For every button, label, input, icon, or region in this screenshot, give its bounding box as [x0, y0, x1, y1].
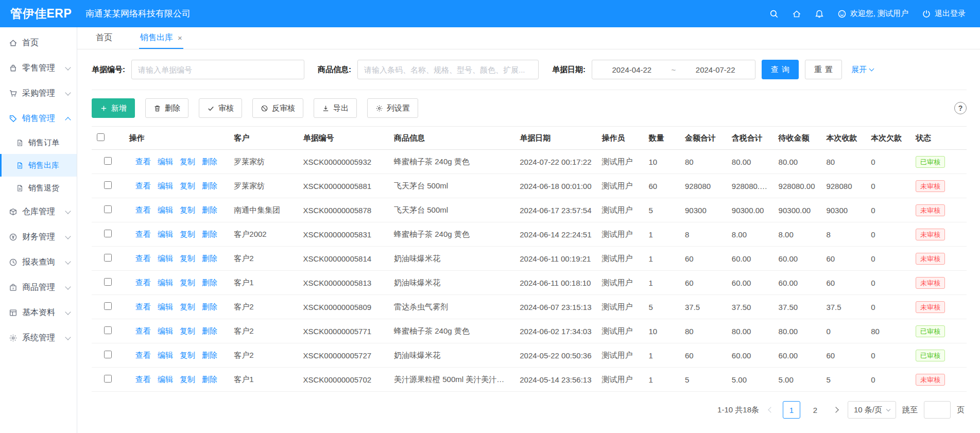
sidebar-item-system[interactable]: 系统管理	[0, 325, 77, 351]
delete-link[interactable]: 删除	[202, 351, 217, 360]
table-row[interactable]: 查看 编辑 复制 删除 客户1 XSCK00000005813 奶油味爆米花 2…	[92, 271, 967, 295]
delete-button[interactable]: 删除	[145, 98, 188, 118]
view-link[interactable]: 查看	[135, 326, 151, 336]
view-link[interactable]: 查看	[135, 375, 151, 385]
row-checkbox[interactable]	[104, 230, 112, 237]
delete-link[interactable]: 删除	[202, 326, 217, 336]
copy-link[interactable]: 复制	[180, 302, 195, 312]
edit-link[interactable]: 编辑	[158, 205, 173, 215]
column-settings-button[interactable]: 列设置	[367, 98, 418, 118]
expand-link[interactable]: 展开	[851, 65, 873, 75]
copy-link[interactable]: 复制	[180, 181, 195, 191]
sidebar-item-sales-return[interactable]: 销售退货	[0, 177, 77, 199]
edit-link[interactable]: 编辑	[158, 302, 173, 312]
prev-page-button[interactable]	[765, 401, 777, 419]
product-info-input[interactable]	[357, 60, 539, 79]
delete-link[interactable]: 删除	[202, 302, 217, 312]
row-checkbox[interactable]	[104, 302, 112, 310]
delete-link[interactable]: 删除	[202, 254, 217, 264]
unaudit-button[interactable]: 反审核	[252, 98, 303, 118]
copy-link[interactable]: 复制	[180, 278, 195, 288]
user-welcome[interactable]: 欢迎您, 测试用户	[837, 9, 908, 19]
sidebar-item-sales-order[interactable]: 销售订单	[0, 131, 77, 154]
sidebar-item-home[interactable]: 首页	[0, 30, 77, 56]
add-button[interactable]: 新增	[92, 98, 135, 118]
sidebar-item-warehouse[interactable]: 仓库管理	[0, 199, 77, 224]
copy-link[interactable]: 复制	[180, 351, 195, 360]
table-row[interactable]: 查看 编辑 复制 删除 罗莱家纺 XSCK00000005881 飞天茅台 50…	[92, 174, 967, 198]
delete-link[interactable]: 删除	[202, 230, 217, 239]
copy-link[interactable]: 复制	[180, 230, 195, 239]
copy-link[interactable]: 复制	[180, 157, 195, 167]
export-button[interactable]: 导出	[314, 98, 357, 118]
date-range-picker[interactable]: 2024-04-22 ~ 2024-07-22	[592, 60, 755, 79]
edit-link[interactable]: 编辑	[158, 278, 173, 288]
row-checkbox[interactable]	[104, 351, 112, 358]
page-size-select[interactable]: 10 条/页	[848, 401, 896, 419]
copy-link[interactable]: 复制	[180, 326, 195, 336]
row-checkbox[interactable]	[104, 181, 112, 189]
edit-link[interactable]: 编辑	[158, 375, 173, 385]
close-icon[interactable]: ×	[178, 34, 182, 42]
sidebar-item-reports[interactable]: 报表查询	[0, 250, 77, 275]
sidebar-item-goods[interactable]: 商品管理	[0, 275, 77, 300]
row-checkbox[interactable]	[104, 205, 112, 213]
table-row[interactable]: 查看 编辑 复制 删除 客户2002 XSCK00000005831 蜂蜜柚子茶…	[92, 222, 967, 247]
edit-link[interactable]: 编辑	[158, 157, 173, 167]
view-link[interactable]: 查看	[135, 302, 151, 312]
edit-link[interactable]: 编辑	[158, 181, 173, 191]
search-button[interactable]: 查询	[762, 60, 799, 79]
view-link[interactable]: 查看	[135, 181, 151, 191]
edit-link[interactable]: 编辑	[158, 326, 173, 336]
sidebar-item-finance[interactable]: 财务管理	[0, 224, 77, 250]
page-2-button[interactable]: 2	[806, 401, 824, 419]
tab-home[interactable]: 首页	[95, 27, 113, 49]
edit-link[interactable]: 编辑	[158, 230, 173, 239]
page-1-button[interactable]: 1	[783, 401, 800, 419]
logout-button[interactable]: 退出登录	[922, 9, 966, 19]
row-checkbox[interactable]	[104, 157, 112, 165]
sidebar-item-basic-data[interactable]: 基本资料	[0, 300, 77, 325]
delete-link[interactable]: 删除	[202, 157, 217, 167]
table-row[interactable]: 查看 编辑 复制 删除 客户2 XSCK00000005771 蜂蜜柚子茶 24…	[92, 319, 967, 343]
view-link[interactable]: 查看	[135, 351, 151, 360]
select-all-checkbox[interactable]	[97, 133, 105, 141]
edit-link[interactable]: 编辑	[158, 351, 173, 360]
view-link[interactable]: 查看	[135, 205, 151, 215]
view-link[interactable]: 查看	[135, 278, 151, 288]
jump-page-input[interactable]	[924, 401, 951, 419]
home-icon[interactable]	[792, 9, 801, 19]
table-row[interactable]: 查看 编辑 复制 删除 罗莱家纺 XSCK00000005932 蜂蜜柚子茶 2…	[92, 150, 967, 174]
table-row[interactable]: 查看 编辑 复制 删除 客户2 XSCK00000005814 奶油味爆米花 2…	[92, 247, 967, 271]
audit-button[interactable]: 审核	[199, 98, 242, 118]
table-row[interactable]: 查看 编辑 复制 删除 客户1 XSCK00000005702 美汁源果粒橙 5…	[92, 368, 967, 392]
edit-link[interactable]: 编辑	[158, 254, 173, 264]
sidebar-item-retail[interactable]: 零售管理	[0, 56, 77, 81]
copy-link[interactable]: 复制	[180, 375, 195, 385]
reset-button[interactable]: 重置	[805, 60, 842, 79]
delete-link[interactable]: 删除	[202, 375, 217, 385]
view-link[interactable]: 查看	[135, 230, 151, 239]
copy-link[interactable]: 复制	[180, 205, 195, 215]
tab-sales-outbound[interactable]: 销售出库 ×	[139, 27, 183, 49]
row-checkbox[interactable]	[104, 375, 112, 383]
view-link[interactable]: 查看	[135, 157, 151, 167]
bill-no-input[interactable]	[131, 60, 304, 79]
view-link[interactable]: 查看	[135, 254, 151, 264]
table-row[interactable]: 查看 编辑 复制 删除 客户2 XSCK00000005727 奶油味爆米花 2…	[92, 343, 967, 368]
delete-link[interactable]: 删除	[202, 278, 217, 288]
next-page-button[interactable]	[830, 401, 841, 419]
row-checkbox[interactable]	[104, 326, 112, 334]
search-icon[interactable]	[769, 9, 779, 19]
delete-link[interactable]: 删除	[202, 205, 217, 215]
sidebar-item-purchase[interactable]: 采购管理	[0, 81, 77, 106]
sidebar-item-sales-outbound[interactable]: 销售出库	[0, 154, 77, 177]
help-icon[interactable]: ?	[954, 102, 967, 114]
table-row[interactable]: 查看 编辑 复制 删除 客户2 XSCK00000005809 雷达杀虫气雾剂 …	[92, 295, 967, 319]
sidebar-item-sales[interactable]: 销售管理	[0, 106, 77, 131]
row-checkbox[interactable]	[104, 254, 112, 262]
table-row[interactable]: 查看 编辑 复制 删除 南通中集集团 XSCK00000005878 飞天茅台 …	[92, 198, 967, 222]
copy-link[interactable]: 复制	[180, 254, 195, 264]
bell-icon[interactable]	[815, 9, 824, 19]
delete-link[interactable]: 删除	[202, 181, 217, 191]
